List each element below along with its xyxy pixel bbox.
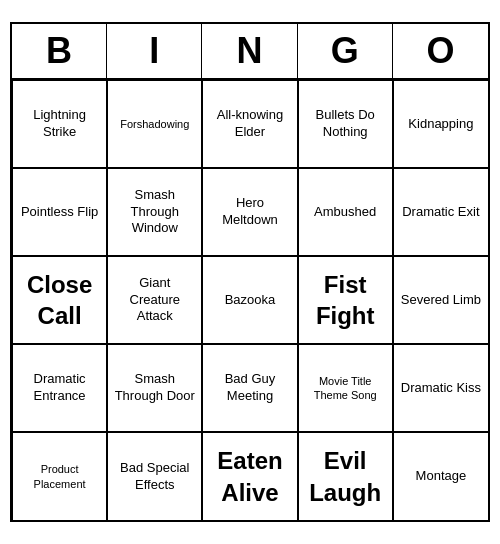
cell-text: Hero Meltdown bbox=[207, 195, 292, 229]
cell-text: Ambushed bbox=[314, 204, 376, 221]
bingo-cell[interactable]: Severed Limb bbox=[393, 256, 488, 344]
cell-text: Severed Limb bbox=[401, 292, 481, 309]
bingo-card: BINGO Lightning StrikeForshadowingAll-kn… bbox=[10, 22, 490, 522]
cell-text: Dramatic Entrance bbox=[17, 371, 102, 405]
cell-text: Close Call bbox=[17, 269, 102, 331]
bingo-cell[interactable]: Giant Creature Attack bbox=[107, 256, 202, 344]
bingo-cell[interactable]: Dramatic Entrance bbox=[12, 344, 107, 432]
cell-text: Eaten Alive bbox=[207, 445, 292, 507]
bingo-cell[interactable]: Fist Fight bbox=[298, 256, 393, 344]
bingo-cell[interactable]: Smash Through Window bbox=[107, 168, 202, 256]
bingo-cell[interactable]: Montage bbox=[393, 432, 488, 520]
bingo-grid: Lightning StrikeForshadowingAll-knowing … bbox=[12, 80, 488, 520]
bingo-cell[interactable]: Movie Title Theme Song bbox=[298, 344, 393, 432]
cell-text: Dramatic Exit bbox=[402, 204, 479, 221]
cell-text: All-knowing Elder bbox=[207, 107, 292, 141]
bingo-cell[interactable]: Product Placement bbox=[12, 432, 107, 520]
bingo-cell[interactable]: Close Call bbox=[12, 256, 107, 344]
cell-text: Lightning Strike bbox=[17, 107, 102, 141]
bingo-cell[interactable]: Lightning Strike bbox=[12, 80, 107, 168]
bingo-cell[interactable]: Dramatic Kiss bbox=[393, 344, 488, 432]
cell-text: Pointless Flip bbox=[21, 204, 98, 221]
cell-text: Smash Through Window bbox=[112, 187, 197, 238]
cell-text: Smash Through Door bbox=[112, 371, 197, 405]
bingo-cell[interactable]: Hero Meltdown bbox=[202, 168, 297, 256]
bingo-cell[interactable]: Bullets Do Nothing bbox=[298, 80, 393, 168]
cell-text: Kidnapping bbox=[408, 116, 473, 133]
cell-text: Bullets Do Nothing bbox=[303, 107, 388, 141]
header-letter: O bbox=[393, 24, 488, 78]
bingo-cell[interactable]: Eaten Alive bbox=[202, 432, 297, 520]
bingo-cell[interactable]: Dramatic Exit bbox=[393, 168, 488, 256]
bingo-cell[interactable]: Bad Special Effects bbox=[107, 432, 202, 520]
bingo-cell[interactable]: Forshadowing bbox=[107, 80, 202, 168]
cell-text: Fist Fight bbox=[303, 269, 388, 331]
cell-text: Product Placement bbox=[17, 462, 102, 491]
bingo-cell[interactable]: All-knowing Elder bbox=[202, 80, 297, 168]
bingo-cell[interactable]: Smash Through Door bbox=[107, 344, 202, 432]
cell-text: Dramatic Kiss bbox=[401, 380, 481, 397]
header-letter: G bbox=[298, 24, 393, 78]
bingo-cell[interactable]: Bazooka bbox=[202, 256, 297, 344]
bingo-cell[interactable]: Evil Laugh bbox=[298, 432, 393, 520]
bingo-header: BINGO bbox=[12, 24, 488, 80]
cell-text: Giant Creature Attack bbox=[112, 275, 197, 326]
header-letter: I bbox=[107, 24, 202, 78]
bingo-cell[interactable]: Pointless Flip bbox=[12, 168, 107, 256]
header-letter: N bbox=[202, 24, 297, 78]
cell-text: Bad Guy Meeting bbox=[207, 371, 292, 405]
bingo-cell[interactable]: Bad Guy Meeting bbox=[202, 344, 297, 432]
cell-text: Evil Laugh bbox=[303, 445, 388, 507]
cell-text: Bad Special Effects bbox=[112, 460, 197, 494]
cell-text: Montage bbox=[416, 468, 467, 485]
cell-text: Bazooka bbox=[225, 292, 276, 309]
cell-text: Forshadowing bbox=[120, 117, 189, 131]
cell-text: Movie Title Theme Song bbox=[303, 374, 388, 403]
header-letter: B bbox=[12, 24, 107, 78]
bingo-cell[interactable]: Kidnapping bbox=[393, 80, 488, 168]
bingo-cell[interactable]: Ambushed bbox=[298, 168, 393, 256]
